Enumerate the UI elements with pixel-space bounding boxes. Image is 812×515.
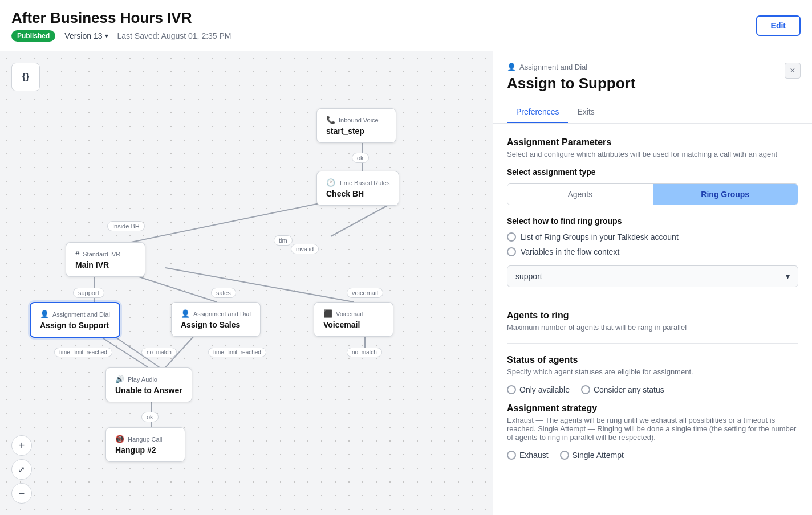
radio-label-variables: Variables in the flow context (521, 247, 619, 256)
assignment-strategy-title: Assignment strategy (507, 403, 798, 414)
node-assign-sales[interactable]: 👤 Assignment and Dial Assign to Sales (171, 302, 261, 337)
canvas-toolbar[interactable]: {} (11, 63, 40, 91)
node-title-play-audio: Unable to Answer (115, 386, 182, 395)
header-meta: Published Version 13 ▾ Last Saved: Augus… (11, 30, 756, 42)
header-left: After Business Hours IVR Published Versi… (11, 9, 756, 42)
node-header-inbound: 📞 Inbound Voice (326, 116, 387, 124)
assignment-parameters-title: Assignment Parameters (507, 137, 798, 148)
clock-icon: 🕐 (326, 178, 335, 187)
edit-button[interactable]: Edit (756, 15, 801, 36)
node-header-voicemail: ⬛ Voicemail (323, 309, 384, 318)
svg-line-4 (128, 273, 217, 302)
header: After Business Hours IVR Published Versi… (0, 0, 812, 51)
connector-label-no-match-2: no_match (347, 348, 382, 357)
strategy-radio-group: Exhaust Single Attempt (507, 451, 798, 460)
node-header-timebase: 🕐 Time Based Rules (326, 178, 389, 187)
panel-tabs: Preferences Exits (507, 101, 798, 123)
find-radio-group: List of Ring Groups in your Talkdesk acc… (507, 232, 798, 256)
radio-variables[interactable]: Variables in the flow context (507, 247, 798, 256)
panel-type-icon: 👤 (507, 63, 516, 71)
radio-label-exhaust: Exhaust (519, 451, 549, 460)
node-voicemail[interactable]: ⬛ Voicemail Voicemail (314, 302, 393, 337)
panel-type-label: Assignment and Dial (519, 63, 587, 71)
braces-icon: {} (22, 72, 29, 82)
svg-line-1 (131, 202, 325, 242)
connector-label-ok1: ok (352, 153, 369, 163)
radio-label-single-attempt: Single Attempt (573, 451, 624, 460)
node-header-main-ivr: # Standard IVR (75, 250, 136, 258)
node-title-main-ivr: Main IVR (75, 260, 136, 269)
node-title-inbound: start_step (326, 126, 387, 136)
connector-label-support: support (73, 288, 104, 298)
node-type-hangup: Hangup Call (128, 436, 163, 443)
divider-2 (507, 343, 798, 344)
connector-label-time-limit-2: time_limit_reached (208, 348, 266, 357)
tab-preferences[interactable]: Preferences (507, 101, 568, 123)
node-title-timebase: Check BH (326, 189, 389, 198)
node-main-ivr[interactable]: # Standard IVR Main IVR (66, 242, 145, 277)
radio-exhaust[interactable]: Exhaust (507, 451, 549, 460)
published-badge: Published (11, 30, 55, 42)
radio-only-available[interactable]: Only available (507, 385, 570, 394)
node-title-hangup: Hangup #2 (115, 445, 176, 455)
zoom-controls: + ⤢ − (11, 435, 32, 504)
radio-single-attempt[interactable]: Single Attempt (560, 451, 624, 460)
radio-label-any-status: Consider any status (594, 385, 664, 394)
node-header-assign-support: 👤 Assignment and Dial (40, 310, 110, 318)
radio-any-status[interactable]: Consider any status (581, 385, 664, 394)
zoom-out-button[interactable]: − (11, 483, 32, 504)
find-ring-groups-label: Select how to find ring groups (507, 216, 798, 226)
hash-icon: # (75, 250, 79, 258)
node-header-play-audio: 🔊 Play Audio (115, 375, 182, 383)
node-type-main-ivr: Standard IVR (83, 251, 120, 258)
tab-exits[interactable]: Exits (568, 101, 603, 123)
status-of-agents-desc: Specify which agent statuses are eligibl… (507, 367, 798, 376)
radio-circle-list (507, 232, 516, 242)
agents-to-ring-desc: Maximum number of agents that will be ra… (507, 323, 798, 332)
expand-button[interactable]: ⤢ (11, 459, 32, 480)
dropdown-value: support (515, 272, 542, 281)
svg-line-5 (165, 268, 354, 302)
ring-group-dropdown[interactable]: support ▾ (507, 265, 798, 287)
zoom-in-button[interactable]: + (11, 435, 32, 456)
right-panel: 👤 Assignment and Dial Assign to Support … (493, 51, 812, 515)
canvas[interactable]: {} 📞 Inbound Voice start_step ok 🕐 Time … (0, 51, 493, 515)
assignment-parameters-desc: Select and configure which attributes wi… (507, 150, 798, 158)
radio-circle-single-attempt (560, 451, 569, 460)
panel-body: Assignment Parameters Select and configu… (493, 124, 812, 483)
dropdown-chevron-icon: ▾ (786, 272, 790, 281)
radio-circle-exhaust (507, 451, 516, 460)
radio-list-ring-groups[interactable]: List of Ring Groups in your Talkdesk acc… (507, 232, 798, 242)
voicemail-icon: ⬛ (323, 309, 332, 318)
radio-circle-variables (507, 247, 516, 256)
node-hangup[interactable]: 📵 Hangup Call Hangup #2 (105, 427, 185, 462)
node-title-voicemail: Voicemail (323, 320, 384, 329)
node-header-assign-sales: 👤 Assignment and Dial (181, 309, 251, 318)
assignment-type-toggle: Agents Ring Groups (507, 183, 798, 205)
connector-label-invalid: invalid (291, 244, 319, 254)
radio-circle-any-status (581, 385, 590, 394)
assignment-strategy-desc: Exhaust — The agents will be rung until … (507, 416, 798, 442)
panel-close-button[interactable]: × (785, 63, 801, 79)
status-of-agents-title: Status of agents (507, 355, 798, 365)
node-title-assign-support: Assign to Support (40, 321, 110, 330)
connector-label-no-match-1: no_match (141, 348, 177, 357)
toggle-agents[interactable]: Agents (508, 184, 653, 205)
assignment-type-label: Select assignment type (507, 167, 798, 177)
node-header-hangup: 📵 Hangup Call (115, 435, 176, 443)
radio-circle-available (507, 385, 516, 394)
node-inbound-voice[interactable]: 📞 Inbound Voice start_step (316, 108, 396, 143)
status-radio-group: Only available Consider any status (507, 385, 798, 394)
connector-label-sales: sales (211, 288, 236, 298)
node-type-timebase: Time Based Rules (339, 179, 389, 186)
node-assign-support[interactable]: 👤 Assignment and Dial Assign to Support (30, 302, 120, 338)
node-timebase[interactable]: 🕐 Time Based Rules Check BH (316, 171, 399, 206)
page-title: After Business Hours IVR (11, 9, 756, 27)
node-play-audio[interactable]: 🔊 Play Audio Unable to Answer (105, 367, 192, 402)
node-type-assign-sales: Assignment and Dial (193, 310, 251, 317)
play-icon: 🔊 (115, 375, 124, 383)
version-selector[interactable]: Version 13 ▾ (64, 31, 108, 40)
panel-header: 👤 Assignment and Dial Assign to Support … (493, 51, 812, 124)
toggle-ring-groups[interactable]: Ring Groups (653, 184, 798, 205)
version-label: Version 13 (64, 31, 102, 40)
